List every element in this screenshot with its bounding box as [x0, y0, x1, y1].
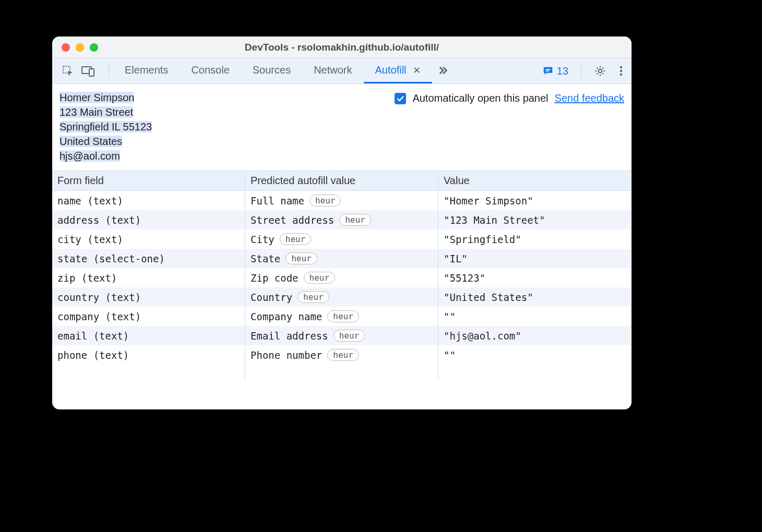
col-header-predicted[interactable]: Predicted autofill value: [245, 171, 438, 190]
window-title: DevTools - rsolomakhin.github.io/autofil…: [52, 42, 632, 53]
zoom-window-button[interactable]: [90, 43, 98, 52]
table-body: name (text)Full nameheur"Homer Simpson"a…: [52, 191, 632, 365]
tabs-container: ElementsConsoleSourcesNetworkAutofill✕: [113, 58, 432, 83]
table-row[interactable]: company (text)Company nameheur"": [52, 307, 632, 326]
predicted-label: Zip code: [251, 272, 299, 284]
cell-predicted: Zip codeheur: [245, 268, 438, 287]
cell-predicted: Phone numberheur: [245, 345, 438, 365]
toolbar-separator: [581, 64, 581, 78]
heur-badge: heur: [327, 349, 359, 361]
tab-label: Sources: [253, 64, 291, 76]
cell-predicted: Cityheur: [245, 229, 438, 249]
table-row[interactable]: email (text)Email addressheur"hjs@aol.co…: [52, 326, 632, 345]
tab-label: Console: [191, 64, 229, 76]
cell-predicted: Stateheur: [245, 249, 438, 268]
table-row[interactable]: phone (text)Phone numberheur"": [52, 345, 632, 365]
heur-badge: heur: [309, 195, 341, 207]
titlebar: DevTools - rsolomakhin.github.io/autofil…: [52, 37, 632, 58]
panel-header: Homer Simpson123 Main StreetSpringfield …: [52, 84, 632, 171]
more-tabs-icon[interactable]: [433, 65, 453, 77]
device-toolbar-icon[interactable]: [81, 65, 95, 77]
kebab-menu-icon[interactable]: [616, 65, 626, 77]
cell-form-field: company (text): [52, 307, 245, 326]
cell-form-field: email (text): [52, 326, 245, 345]
cell-predicted: Street addressheur: [245, 210, 438, 229]
cell-form-field: country (text): [52, 287, 245, 307]
auto-open-checkbox[interactable]: [395, 93, 406, 104]
svg-rect-4: [545, 70, 549, 71]
heur-badge: heur: [327, 310, 359, 322]
cell-value: "Homer Simpson": [438, 191, 632, 210]
minimize-window-button[interactable]: [76, 43, 84, 52]
predicted-label: Street address: [251, 214, 334, 226]
cell-predicted: Countryheur: [245, 287, 438, 307]
cell-value: "123 Main Street": [438, 210, 632, 229]
tab-elements[interactable]: Elements: [113, 58, 180, 83]
heur-badge: heur: [304, 272, 336, 284]
predicted-label: City: [251, 234, 275, 245]
heur-badge: heur: [339, 214, 371, 226]
tab-label: Network: [314, 64, 352, 76]
table-row[interactable]: address (text)Street addressheur"123 Mai…: [52, 210, 632, 229]
svg-point-6: [620, 66, 622, 68]
window-controls: [62, 43, 98, 52]
messages-count: 13: [557, 65, 568, 77]
table-row[interactable]: country (text)Countryheur"United States": [52, 287, 632, 307]
predicted-label: Company name: [251, 311, 322, 322]
tab-label: Autofill: [375, 64, 407, 76]
cell-value: "hjs@aol.com": [438, 326, 632, 345]
table-empty-area: [52, 365, 632, 380]
cell-form-field: city (text): [52, 229, 245, 249]
address-preview: Homer Simpson123 Main StreetSpringfield …: [59, 90, 152, 163]
messages-indicator[interactable]: 13: [542, 65, 568, 77]
cell-value: "": [438, 345, 632, 365]
cell-form-field: state (select-one): [52, 249, 245, 268]
cell-value: "55123": [438, 268, 632, 287]
tab-console[interactable]: Console: [180, 58, 241, 83]
devtools-window: DevTools - rsolomakhin.github.io/autofil…: [52, 37, 632, 409]
svg-point-8: [620, 74, 622, 76]
close-window-button[interactable]: [62, 43, 70, 52]
table-row[interactable]: zip (text)Zip codeheur"55123": [52, 268, 632, 287]
cell-value: "Springfield": [438, 229, 632, 249]
svg-point-7: [620, 70, 622, 72]
predicted-label: Email address: [251, 330, 328, 342]
message-icon: [542, 65, 554, 77]
table-row[interactable]: state (select-one)Stateheur"IL": [52, 249, 632, 268]
table-row[interactable]: name (text)Full nameheur"Homer Simpson": [52, 191, 632, 210]
cell-value: "United States": [438, 287, 632, 307]
tab-sources[interactable]: Sources: [241, 58, 302, 83]
cell-form-field: name (text): [52, 191, 245, 210]
table-row[interactable]: city (text)Cityheur"Springfield": [52, 229, 632, 249]
tab-autofill[interactable]: Autofill✕: [364, 58, 432, 83]
address-line: Homer Simpson: [59, 92, 134, 103]
close-tab-icon[interactable]: ✕: [411, 65, 421, 76]
heur-badge: heur: [285, 252, 317, 264]
cell-predicted: Email addressheur: [245, 326, 438, 345]
toolbar-separator: [109, 64, 109, 78]
address-line: Springfield IL 55123: [59, 121, 152, 132]
svg-rect-3: [545, 69, 550, 70]
svg-rect-2: [89, 69, 94, 76]
predicted-label: Full name: [251, 195, 304, 207]
address-line: United States: [59, 136, 122, 147]
tab-label: Elements: [125, 64, 168, 76]
predicted-label: State: [251, 253, 280, 264]
tab-network[interactable]: Network: [302, 58, 363, 83]
cell-predicted: Full nameheur: [245, 191, 438, 210]
address-line: 123 Main Street: [59, 106, 133, 118]
inspect-element-icon[interactable]: [62, 65, 74, 77]
address-line: hjs@aol.com: [59, 150, 120, 162]
col-header-form-field[interactable]: Form field: [52, 171, 245, 190]
predicted-label: Country: [251, 292, 292, 303]
autofill-table: Form field Predicted autofill value Valu…: [52, 171, 632, 409]
cell-value: "IL": [438, 249, 632, 268]
cell-value: "": [438, 307, 632, 326]
auto-open-label: Automatically open this panel: [412, 92, 548, 104]
cell-form-field: zip (text): [52, 268, 245, 287]
svg-point-5: [599, 69, 602, 72]
send-feedback-link[interactable]: Send feedback: [555, 92, 624, 104]
col-header-value[interactable]: Value: [438, 171, 632, 190]
heur-badge: heur: [297, 291, 329, 303]
settings-gear-icon[interactable]: [594, 65, 606, 77]
